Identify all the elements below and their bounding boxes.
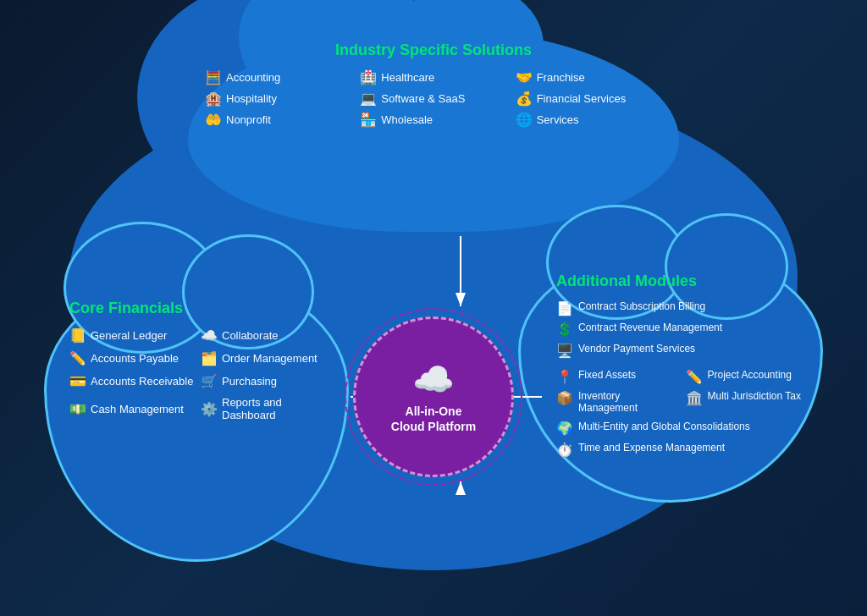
industry-label: Healthcare: [381, 71, 434, 84]
core-label: General Ledger: [91, 329, 167, 342]
list-item: 🏪 Wholesale: [360, 112, 506, 128]
cloud-platform-icon: ☁️: [412, 360, 455, 399]
top-section-title: Industry Specific Solutions: [205, 41, 662, 59]
industry-label: Hospitality: [226, 92, 277, 105]
hospitality-icon: 🏨: [205, 91, 222, 107]
module-label: Multi-Entity and Global Consolidations: [578, 421, 750, 432]
general-ledger-icon: 📒: [69, 327, 86, 344]
center-circle: ☁️ All-in-One Cloud Platform: [353, 316, 514, 477]
right-section: Additional Modules 📄 Contract Subscripti…: [539, 256, 819, 470]
industry-label: Financial Services: [537, 92, 627, 105]
industry-label: Franchise: [537, 71, 585, 84]
industry-grid: 🧮 Accounting 🏥 Healthcare 🤝 Franchise 🏨 …: [205, 69, 662, 128]
right-section-title: Additional Modules: [556, 272, 806, 290]
top-section: Industry Specific Solutions 🧮 Accounting…: [205, 41, 662, 128]
franchise-icon: 🤝: [516, 69, 533, 85]
list-item: 📄 Contract Subscription Billing: [556, 300, 806, 316]
module-label: Fixed Assets: [578, 369, 636, 381]
list-item: 🤝 Franchise: [516, 69, 662, 85]
wholesale-icon: 🏪: [360, 112, 377, 128]
list-item: 📍 Fixed Assets: [556, 369, 677, 385]
contract-billing-icon: 📄: [556, 300, 573, 316]
core-label: Reports and Dashboard: [222, 396, 328, 421]
list-item: 🌐 Services: [516, 112, 662, 128]
center-line1: All-in-One: [406, 404, 462, 418]
core-label: Collaborate: [222, 329, 279, 342]
two-col-grid: 📍 Fixed Assets ✏️ Project Accounting 📦 I…: [556, 369, 806, 414]
list-item: 📒 General Ledger: [69, 327, 196, 344]
vendor-payment-icon: 🖥️: [556, 343, 573, 359]
module-label: Time and Expense Management: [578, 442, 725, 454]
nonprofit-icon: 🤲: [205, 112, 222, 128]
module-label: Contract Revenue Management: [578, 322, 722, 333]
additional-bottom: 📍 Fixed Assets ✏️ Project Accounting 📦 I…: [556, 369, 806, 458]
list-item: ☁️ Collaborate: [201, 327, 328, 344]
left-section-title: Core Financials: [69, 300, 328, 317]
list-item: 🧮 Accounting: [205, 69, 351, 85]
module-label: Contract Subscription Billing: [578, 300, 705, 312]
accounting-icon: 🧮: [205, 69, 222, 85]
core-label: Purchasing: [222, 375, 277, 388]
module-label: Inventory Management: [578, 390, 677, 414]
collaborate-icon: ☁️: [201, 327, 218, 344]
project-accounting-icon: ✏️: [686, 369, 703, 385]
core-label: Order Management: [222, 352, 318, 365]
contract-revenue-icon: 💲: [556, 322, 573, 338]
list-item: 🏨 Hospitality: [205, 91, 351, 107]
center-line2: Cloud Platform: [391, 420, 476, 433]
list-item: 🏥 Healthcare: [360, 69, 506, 85]
list-item: ⚙️ Reports and Dashboard: [201, 396, 328, 421]
industry-label: Wholesale: [381, 113, 433, 126]
list-item: 🗂️ Order Management: [201, 350, 328, 366]
cash-mgmt-icon: 💵: [69, 401, 86, 417]
core-label: Accounts Payable: [91, 352, 179, 365]
inventory-icon: 📦: [556, 390, 573, 406]
industry-label: Software & SaaS: [381, 92, 465, 105]
core-grid: 📒 General Ledger ☁️ Collaborate ✏️ Accou…: [69, 327, 328, 421]
global-consolidations-row: 🌍 Multi-Entity and Global Consolidations: [556, 421, 806, 437]
list-item: 💰 Financial Services: [516, 91, 662, 107]
industry-label: Nonprofit: [226, 113, 271, 126]
saas-icon: 💻: [360, 91, 377, 107]
time-expense-icon: ⏱️: [556, 442, 573, 458]
list-item: 🌍 Multi-Entity and Global Consolidations: [556, 421, 806, 437]
accounts-receivable-icon: 💳: [69, 373, 86, 389]
list-item: 💳 Accounts Receivable: [69, 373, 196, 389]
list-item: 🖥️ Vendor Payment Services: [556, 343, 806, 359]
industry-label: Services: [537, 113, 579, 126]
reports-icon: ⚙️: [201, 401, 218, 417]
list-item: ✏️ Accounts Payable: [69, 350, 196, 366]
fixed-assets-icon: 📍: [556, 369, 573, 385]
diagram-container: ☁️ All-in-One Cloud Platform Industry Sp…: [27, 12, 840, 604]
list-item: 🏛️ Multi Jurisdiction Tax: [686, 390, 807, 414]
list-item: ⏱️ Time and Expense Management: [556, 442, 806, 458]
time-expense-row: ⏱️ Time and Expense Management: [556, 442, 806, 458]
center-label: All-in-One Cloud Platform: [391, 404, 476, 434]
services-icon: 🌐: [516, 112, 533, 128]
core-label: Accounts Receivable: [91, 375, 193, 388]
modules-list: 📄 Contract Subscription Billing 💲 Contra…: [556, 300, 806, 359]
module-label: Vendor Payment Services: [578, 343, 695, 355]
accounts-payable-icon: ✏️: [69, 350, 86, 366]
list-item: 📦 Inventory Management: [556, 390, 677, 414]
multi-jurisdiction-icon: 🏛️: [686, 390, 703, 406]
list-item: 💵 Cash Management: [69, 396, 196, 421]
module-label: Multi Jurisdiction Tax: [708, 390, 801, 402]
purchasing-icon: 🛒: [201, 373, 218, 389]
list-item: ✏️ Project Accounting: [686, 369, 807, 385]
global-icon: 🌍: [556, 421, 573, 437]
list-item: 💻 Software & SaaS: [360, 91, 506, 107]
list-item: 🤲 Nonprofit: [205, 112, 351, 128]
list-item: 💲 Contract Revenue Management: [556, 322, 806, 338]
list-item: 🛒 Purchasing: [201, 373, 328, 389]
financial-icon: 💰: [516, 91, 533, 107]
module-label: Project Accounting: [708, 369, 792, 381]
core-label: Cash Management: [91, 403, 184, 415]
industry-label: Accounting: [226, 71, 280, 84]
left-section: Core Financials 📒 General Ledger ☁️ Coll…: [52, 283, 340, 434]
healthcare-icon: 🏥: [360, 69, 377, 85]
order-mgmt-icon: 🗂️: [201, 350, 218, 366]
